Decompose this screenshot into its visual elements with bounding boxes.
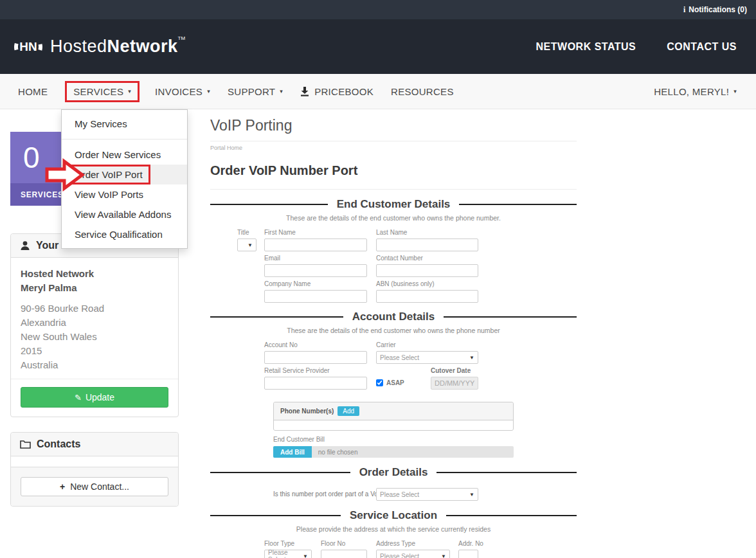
address-type-field: Address Type Please Select ▼	[376, 540, 450, 558]
dropdown-item-my-services[interactable]: My Services	[62, 114, 187, 134]
form-row: Company Name ABN (business only)	[210, 280, 577, 302]
new-contact-label: New Contact...	[70, 482, 129, 492]
section-divider	[210, 316, 343, 318]
update-button[interactable]: ✎ Update	[21, 387, 168, 408]
dropdown-item-service-qualification[interactable]: Service Qualification	[62, 224, 187, 244]
cutover-date-input[interactable]	[431, 377, 478, 390]
section-title: Order Details	[359, 466, 428, 479]
form-row: Email Contact Number	[210, 255, 577, 276]
network-status-link[interactable]: NETWORK STATUS	[536, 41, 636, 53]
rsp-input[interactable]	[264, 377, 367, 390]
dropdown-item-order-new-services[interactable]: Order New Services	[62, 145, 187, 165]
title-label: Title	[237, 229, 256, 236]
svg-text:HN: HN	[19, 40, 37, 53]
navbar-links: NETWORK STATUS CONTACT US	[536, 41, 737, 53]
section-description: These are the details of the end custome…	[210, 214, 577, 222]
asap-checkbox[interactable]	[376, 379, 383, 386]
breadcrumb[interactable]: Portal Home	[210, 145, 577, 151]
new-contact-button[interactable]: + New Contact...	[21, 477, 168, 496]
carrier-select[interactable]: Please Select ▼	[376, 351, 478, 364]
voip-bundle-field: Please Select ▼	[376, 488, 478, 501]
logo[interactable]: HN HostedNetwork TM	[13, 32, 185, 62]
contacts-panel: Contacts + New Contact...	[10, 432, 179, 507]
profile-name: Meryl Palma	[21, 281, 168, 295]
menu-invoices[interactable]: INVOICES ▾	[155, 86, 210, 97]
profile-address-line: 90-96 Bourke Road	[21, 302, 168, 316]
abn-input[interactable]	[376, 290, 478, 303]
cutover-date-field: Cutover Date	[431, 367, 478, 390]
form-row: Is this number port order part of a VoIP…	[210, 488, 577, 501]
contact-us-link[interactable]: CONTACT US	[667, 41, 737, 53]
select-caret-icon: ▼	[303, 554, 308, 558]
company-name-label: Company Name	[264, 280, 367, 287]
contacts-footer: + New Contact...	[11, 467, 178, 506]
folder-icon	[20, 440, 31, 449]
contacts-empty-list	[11, 456, 178, 467]
section-account-header: Account Details	[210, 310, 577, 323]
rsp-label: Retail Service Provider	[264, 367, 367, 374]
address-type-select[interactable]: Please Select ▼	[376, 550, 450, 558]
user-greeting-wrap: HELLO, MERYL! ▾	[654, 86, 737, 97]
addr-no-field: Addr. No	[458, 540, 478, 558]
profile-address-line: 2015	[21, 344, 168, 358]
section-divider	[210, 472, 350, 473]
phone-numbers-panel: Phone Number(s) Add	[273, 402, 514, 431]
menu-support[interactable]: SUPPORT ▾	[228, 86, 283, 97]
first-name-label: First Name	[264, 229, 367, 236]
carrier-select-value: Please Select	[380, 354, 419, 361]
brand-hosted: Hosted	[50, 37, 107, 56]
menu-pricebook[interactable]: PRICEBOOK	[300, 86, 374, 97]
asap-field: ASAP	[376, 367, 421, 389]
caret-down-icon: ▾	[128, 88, 131, 94]
dropdown-item-order-voip-port[interactable]: Order VoIP Port	[62, 165, 187, 184]
addr-no-input[interactable]	[458, 550, 478, 558]
first-name-input[interactable]	[264, 239, 367, 251]
company-name-input[interactable]	[264, 290, 367, 303]
section-description: These are the details of the end custome…	[210, 327, 577, 334]
section-title: Account Details	[352, 310, 435, 323]
floor-type-label: Floor Type	[264, 540, 312, 547]
caret-down-icon: ▾	[734, 88, 737, 94]
select-caret-icon: ▼	[441, 554, 446, 558]
services-annotation-box: SERVICES ▾	[65, 81, 140, 102]
account-no-input[interactable]	[264, 351, 367, 364]
section-description: Please provide the address at which the …	[210, 525, 577, 533]
dropdown-item-view-voip-ports[interactable]: View VoIP Ports	[62, 184, 187, 204]
floor-no-input[interactable]	[321, 550, 367, 558]
menu-home[interactable]: HOME	[18, 86, 48, 97]
profile-address-line: New South Wales	[21, 330, 168, 344]
last-name-field: Last Name	[376, 229, 478, 251]
voip-bundle-select[interactable]: Please Select ▼	[376, 488, 478, 501]
phone-numbers-list	[274, 420, 513, 430]
contact-number-field: Contact Number	[376, 255, 478, 277]
abn-label: ABN (business only)	[376, 280, 478, 287]
form-row: Title ▼ First Name Last Name	[210, 229, 577, 251]
phone-numbers-header: Phone Number(s) Add	[274, 402, 513, 420]
email-input[interactable]	[264, 264, 367, 277]
info-icon: i	[683, 5, 685, 15]
add-bill-button[interactable]: Add Bill	[273, 446, 312, 458]
caret-down-icon: ▾	[280, 88, 283, 94]
menu-services[interactable]: SERVICES ▾	[73, 86, 131, 97]
first-name-field: First Name	[264, 229, 367, 251]
form-row: Retail Service Provider ASAP Cutover Dat…	[210, 367, 577, 389]
notifications-link[interactable]: iNotifications (0)	[683, 5, 747, 15]
floor-no-label: Floor No	[321, 540, 367, 547]
title-select[interactable]: ▼	[237, 239, 256, 251]
email-field: Email	[264, 255, 367, 277]
asap-label: ASAP	[386, 379, 404, 386]
menu-services-label: SERVICES	[73, 86, 123, 97]
contact-number-input[interactable]	[376, 264, 478, 277]
dropdown-item-view-available-addons[interactable]: View Available Addons	[62, 204, 187, 224]
user-menu[interactable]: HELLO, MERYL! ▾	[654, 86, 737, 97]
section-end-customer-header: End Customer Details	[210, 198, 577, 211]
contacts-header: Contacts	[11, 433, 178, 456]
menu-resources[interactable]: RESOURCES	[391, 86, 454, 97]
pencil-icon: ✎	[75, 393, 82, 402]
rsp-field: Retail Service Provider	[264, 367, 367, 390]
add-phone-number-button[interactable]: Add	[338, 406, 359, 416]
last-name-input[interactable]	[376, 239, 478, 251]
cutover-date-label: Cutover Date	[431, 367, 478, 374]
person-icon	[20, 240, 30, 251]
floor-type-select[interactable]: Please Select ▼	[264, 550, 312, 558]
